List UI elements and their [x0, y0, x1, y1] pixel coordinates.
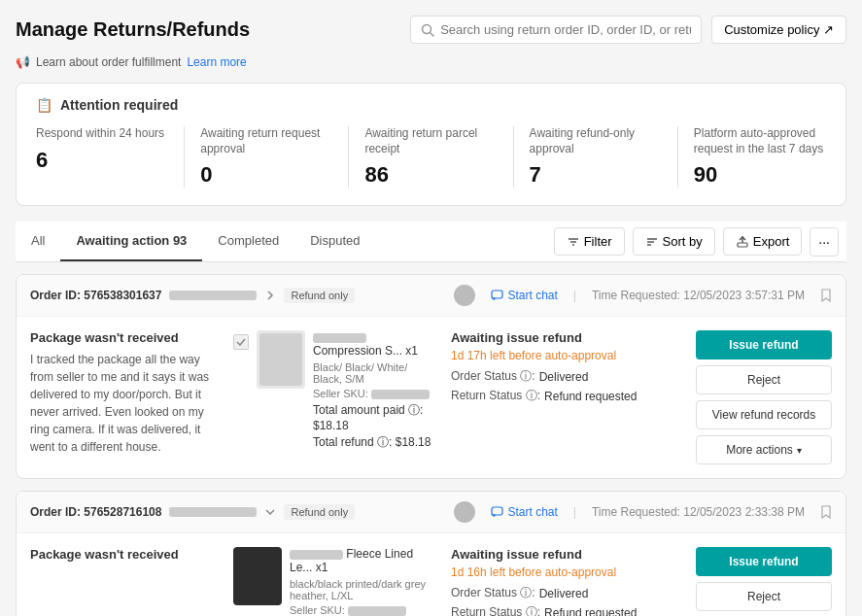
issue-panel-2: Package wasn't received [30, 547, 220, 616]
product-name-1: Compression S... x1 [313, 330, 437, 358]
order-card-1: Order ID: 576538301637 Refund only Start… [16, 274, 846, 479]
metric-refund-approval: Awaiting refund-only approval 7 [530, 126, 662, 188]
svg-rect-10 [492, 291, 502, 298]
order-id-blurred-2 [169, 507, 257, 517]
product-checkbox-1[interactable] [233, 334, 249, 350]
metric-return-request: Awaiting return request approval 0 [200, 126, 332, 188]
attention-metrics: Respond within 24 hours 6 Awaiting retur… [36, 126, 826, 188]
status-sub-2: 1d 16h left before auto-approval [451, 565, 682, 579]
order-card-2: Order ID: 576528716108 Refund only Start… [16, 491, 846, 616]
return-status-row-1: Return Status ⓘ: Refund requested [451, 388, 682, 404]
time-requested-1: Time Requested: 12/05/2023 3:57:31 PM [592, 289, 805, 302]
tab-disputed[interactable]: Disputed [294, 222, 375, 261]
status-main-1: Awaiting issue refund [451, 330, 682, 345]
svg-rect-8 [738, 243, 747, 247]
order-header-right-2: Start chat | Time Requested: 12/05/2023 … [454, 501, 832, 523]
order-header-2: Order ID: 576528716108 Refund only Start… [17, 492, 845, 533]
bookmark-icon-1 [820, 289, 832, 302]
megaphone-icon: 📢 [16, 55, 30, 69]
product-info-2: Fleece Lined Le... x1 black/black printe… [290, 547, 437, 616]
tab-completed[interactable]: Completed [202, 222, 294, 261]
return-status-row-2: Return Status ⓘ: Refund requested [451, 604, 682, 616]
status-main-2: Awaiting issue refund [451, 547, 682, 562]
reject-button-1[interactable]: Reject [696, 365, 832, 394]
attention-title: 📋 Attention required [36, 97, 826, 113]
issue-refund-button-1[interactable]: Issue refund [696, 330, 832, 359]
issue-title-2: Package wasn't received [30, 547, 220, 562]
action-panel-1: Issue refund Reject View refund records … [696, 330, 832, 464]
product-panel-2: Fleece Lined Le... x1 black/black printe… [233, 547, 437, 616]
start-chat-link-1[interactable]: Start chat [491, 289, 557, 302]
tabs-area: All Awaiting action 93 Completed Dispute… [16, 222, 846, 262]
order-id-blurred-1 [169, 291, 257, 300]
status-panel-2: Awaiting issue refund 1d 16h left before… [451, 547, 682, 616]
product-thumb-2 [233, 547, 282, 605]
search-input[interactable] [440, 22, 691, 37]
product-panel-1: Compression S... x1 Black/ Black/ White/… [233, 330, 437, 464]
export-icon [736, 235, 749, 249]
more-actions-button-1[interactable]: More actions ▾ [696, 435, 832, 464]
order-id-2: Order ID: 576528716108 [30, 505, 161, 519]
chevron-down-icon-2 [264, 506, 276, 518]
bookmark-icon-2 [820, 505, 832, 519]
start-chat-link-2[interactable]: Start chat [491, 505, 557, 519]
fleece-product-image [233, 547, 282, 605]
product-price-1: Total amount paid ⓘ: $18.18 [313, 402, 437, 432]
tabs-row: All Awaiting action 93 Completed Dispute… [16, 222, 846, 262]
chevron-down-icon-1: ▾ [797, 445, 802, 456]
attention-icon: 📋 [36, 97, 52, 113]
filter-icon [567, 235, 580, 249]
issue-panel-1: Package wasn't received I tracked the pa… [30, 330, 220, 464]
status-panel-1: Awaiting issue refund 1d 17h left before… [451, 330, 682, 464]
product-variant-2: black/black printed/dark grey heather, L… [290, 578, 437, 601]
order-status-row-1: Order Status ⓘ: Delivered [451, 368, 682, 385]
reject-button-2[interactable]: Reject [696, 582, 832, 611]
search-icon [421, 23, 434, 37]
product-sku-1: Seller SKU: [313, 388, 437, 399]
sort-button[interactable]: Sort by [633, 227, 715, 256]
action-panel-2: Issue refund Reject View refund records … [696, 547, 832, 616]
avatar-2 [454, 501, 475, 523]
tab-all[interactable]: All [16, 222, 60, 261]
product-info-1: Compression S... x1 Black/ Black/ White/… [313, 330, 437, 464]
tab-awaiting-action[interactable]: Awaiting action 93 [60, 222, 202, 261]
issue-desc-1: I tracked the package all the way from s… [30, 351, 220, 456]
order-body-2: Package wasn't received Fleece Lined Le.… [17, 533, 845, 616]
metric-respond-24h: Respond within 24 hours 6 [36, 126, 168, 188]
page-title: Manage Returns/Refunds [16, 18, 250, 41]
issue-refund-button-2[interactable]: Issue refund [696, 547, 832, 576]
more-options-button[interactable]: ··· [810, 227, 839, 257]
view-refund-button-1[interactable]: View refund records [696, 400, 832, 429]
product-sku-2: Seller SKU: [290, 604, 437, 616]
tabs-right: Filter Sort by Export [554, 227, 846, 257]
order-status-row-2: Order Status ⓘ: Delivered [451, 585, 682, 601]
order-type-badge-2: Refund only [284, 504, 355, 520]
sort-icon [645, 235, 659, 249]
order-id-1: Order ID: 576538301637 [30, 289, 161, 302]
order-body-1: Package wasn't received I tracked the pa… [17, 317, 845, 478]
chat-icon-1 [491, 290, 503, 302]
svg-line-1 [431, 32, 434, 36]
customize-policy-button[interactable]: Customize policy ↗ [711, 16, 846, 44]
order-header-1: Order ID: 576538301637 Refund only Start… [17, 275, 845, 317]
attention-card: 📋 Attention required Respond within 24 h… [16, 83, 846, 206]
svg-rect-11 [492, 507, 502, 515]
issue-title-1: Package wasn't received [30, 330, 220, 345]
product-refund-1: Total refund ⓘ: $18.18 [313, 434, 437, 451]
status-sub-1: 1d 17h left before auto-approval [451, 349, 682, 362]
export-button[interactable]: Export [723, 227, 803, 256]
metric-parcel-receipt: Awaiting return parcel receipt 86 [364, 126, 497, 188]
learn-more-bar: 📢 Learn about order fulfillment Learn mo… [16, 55, 846, 69]
filter-button[interactable]: Filter [554, 227, 625, 256]
learn-more-link[interactable]: Learn more [187, 55, 246, 69]
product-name-2: Fleece Lined Le... x1 [290, 547, 437, 574]
tabs-left: All Awaiting action 93 Completed Dispute… [16, 222, 376, 261]
order-header-right-1: Start chat | Time Requested: 12/05/2023 … [454, 285, 832, 306]
time-requested-2: Time Requested: 12/05/2023 2:33:38 PM [592, 505, 805, 519]
metric-auto-approved: Platform auto-approved request in the la… [694, 126, 826, 188]
product-variant-1: Black/ Black/ White/ Black, S/M [313, 361, 437, 385]
product-thumb-1 [257, 330, 305, 389]
order-type-badge-1: Refund only [284, 288, 355, 303]
search-bar[interactable] [410, 16, 702, 44]
chevron-right-icon [264, 290, 276, 301]
